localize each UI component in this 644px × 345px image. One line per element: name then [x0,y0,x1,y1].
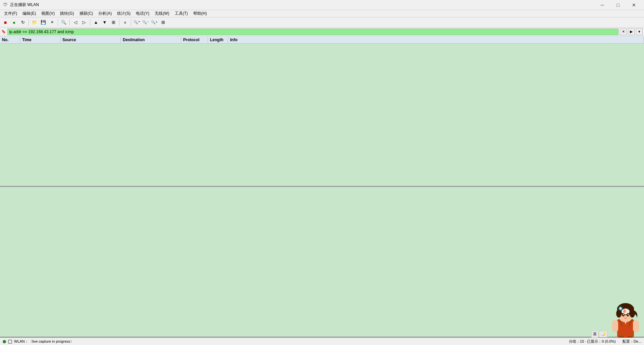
toolbar: ■ ● ↻ 📁 💾 ✕ 🔍 ◁ ▷ ▲ ▼ ⊞ ≡ 🔍+ 🔍− 🔍= ⊞ [0,17,644,27]
status-bar: WLAN：〈live capture in progress〉 分组：10 · … [0,338,644,345]
capture-status-indicator [3,340,6,343]
app-icon: 🦈 [3,2,8,8]
filter-clear-button[interactable]: ✕ [620,28,627,35]
col-time: Time [20,37,60,43]
go-back-button[interactable]: ◁ [71,18,79,26]
filter-icon: 🔖 [1,29,6,34]
menu-analyze[interactable]: 分析(A) [96,10,114,17]
svg-rect-4 [612,320,618,332]
svg-rect-21 [627,336,632,338]
title-left: 🦈 正在捕获 WLAN [3,2,39,8]
zoom-in-button[interactable]: 🔍+ [133,18,141,26]
svg-point-16 [628,314,629,315]
title-text: 正在捕获 WLAN [10,2,39,8]
zoom-reset-button[interactable]: 🔍= [150,18,158,26]
night-mode-indicator[interactable]: 🌙 [599,331,607,337]
toolbar-sep-3 [69,19,70,26]
col-length: Length [208,37,228,43]
filter-bar: 🔖 ✕ ▶ ▼ [0,27,644,36]
toolbar-sep-6 [131,19,131,26]
col-no: No. [0,37,20,43]
tray-area: 英 🌙 [591,331,607,338]
menu-file[interactable]: 文件(F) [1,10,20,17]
col-source: Source [60,37,121,43]
status-left: WLAN：〈live capture in progress〉 [3,339,74,344]
zoom-out-button[interactable]: 🔍− [142,18,150,26]
close-capture-button[interactable]: ✕ [48,18,56,26]
capture-indicator-secondary [8,340,12,344]
go-forward-button[interactable]: ▷ [80,18,88,26]
restart-button[interactable]: ↻ [19,18,27,26]
mascot-svg [607,297,644,338]
menu-go[interactable]: 跳转(G) [57,10,76,17]
svg-point-17 [625,316,626,317]
maximize-button[interactable]: □ [610,1,626,9]
detail-pane[interactable] [0,187,644,338]
svg-point-15 [623,314,624,315]
packet-stats: 分组：10 · 已显示：0 (0.0%) [569,339,616,344]
find-button[interactable]: 🔍 [60,18,68,26]
mascot [607,297,644,338]
toolbar-sep-1 [29,19,29,26]
menu-tools[interactable]: 工具(T) [172,10,191,17]
svg-rect-20 [619,336,624,338]
menu-bar: 文件(F) 编辑(E) 视图(V) 跳转(G) 捕获(C) 分析(A) 统计(S… [0,10,644,17]
menu-statistics[interactable]: 统计(S) [114,10,133,17]
open-button[interactable]: 📁 [31,18,39,26]
svg-point-9 [616,309,622,318]
colorize-button[interactable]: ≡ [121,18,129,26]
capture-status-text: WLAN：〈live capture in progress〉 [14,339,74,344]
svg-point-12 [623,309,626,313]
menu-edit[interactable]: 编辑(E) [20,10,39,17]
col-info: Info [228,37,644,43]
go-down-button[interactable]: ▼ [101,18,109,26]
packet-list-body[interactable] [0,44,644,186]
col-destination: Destination [121,37,181,43]
menu-capture[interactable]: 捕获(C) [77,10,96,17]
svg-point-19 [620,307,622,309]
svg-rect-5 [633,320,639,332]
menu-help[interactable]: 帮助(H) [191,10,210,17]
close-button[interactable]: ✕ [626,1,641,9]
toolbar-sep-5 [119,19,119,26]
go-up-button[interactable]: ▲ [92,18,100,26]
save-button[interactable]: 💾 [39,18,47,26]
start-button[interactable]: ● [10,18,18,26]
main-content: No. Time Source Destination Protocol Len… [0,36,644,338]
col-protocol: Protocol [181,37,208,43]
title-controls: ─ □ ✕ [595,1,641,9]
stop-button[interactable]: ■ [1,18,9,26]
filter-apply-button[interactable]: ▶ [628,28,635,35]
menu-view[interactable]: 视图(V) [39,10,57,17]
filter-dropdown[interactable]: ▼ [636,28,643,35]
status-right: 分组：10 · 已显示：0 (0.0%) 配置：De... [569,339,641,344]
minimize-button[interactable]: ─ [595,1,610,9]
toolbar-sep-2 [58,19,58,26]
menu-telephone[interactable]: 电话(Y) [133,10,152,17]
profile-info: 配置：De... [623,339,641,344]
expand-button[interactable]: ⊞ [159,18,167,26]
filter-input[interactable] [7,28,619,35]
ime-indicator[interactable]: 英 [591,331,598,338]
toolbar-sep-4 [90,19,90,26]
menu-wireless[interactable]: 无线(W) [152,10,172,17]
more-button[interactable]: ⊞ [109,18,117,26]
packet-list-pane: No. Time Source Destination Protocol Len… [0,36,644,187]
title-bar: 🦈 正在捕获 WLAN ─ □ ✕ [0,0,644,10]
column-header: No. Time Source Destination Protocol Len… [0,36,644,44]
